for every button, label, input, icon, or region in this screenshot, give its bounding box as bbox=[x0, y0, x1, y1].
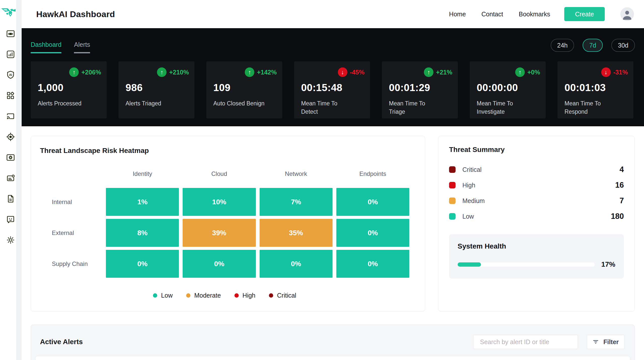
trend-arrow-icon: ↑ bbox=[424, 67, 433, 77]
target-icon[interactable] bbox=[6, 132, 15, 141]
tab-alerts[interactable]: Alerts bbox=[74, 41, 90, 53]
alert-search-input[interactable] bbox=[473, 335, 578, 349]
health-progress-fill bbox=[458, 262, 481, 267]
legend-label: Low bbox=[161, 292, 173, 299]
severity-label: Critical bbox=[462, 166, 481, 173]
heatmap-cell[interactable]: 8% bbox=[106, 219, 179, 247]
health-percent-label: 17% bbox=[601, 260, 615, 268]
main-area: HawkAI Dashboard Home Contact Bookmarks … bbox=[22, 0, 644, 360]
threat-summary-title: Threat Summary bbox=[449, 146, 624, 154]
filter-label: Filter bbox=[603, 338, 619, 346]
top-nav: Home Contact Bookmarks Create bbox=[449, 7, 634, 21]
trend-arrow-icon: ↓ bbox=[601, 67, 611, 77]
user-avatar[interactable] bbox=[620, 7, 634, 21]
trend-badge: ↓ -45% bbox=[338, 67, 365, 77]
nav-link-contact[interactable]: Contact bbox=[481, 11, 503, 18]
heatmap-cell[interactable]: 10% bbox=[183, 188, 256, 216]
heatmap-row-label: Supply Chain bbox=[40, 250, 102, 278]
threat-summary-list: Critical 4 High 16 Medium 7 bbox=[449, 162, 624, 224]
create-button[interactable]: Create bbox=[564, 7, 605, 21]
legend-item-high: High bbox=[234, 292, 255, 299]
heatmap-row-label: External bbox=[40, 219, 102, 247]
settings-monitor-icon[interactable] bbox=[6, 153, 15, 162]
contact-card-icon[interactable] bbox=[6, 174, 15, 183]
document-icon[interactable] bbox=[6, 194, 15, 203]
range-7d-button[interactable]: 7d bbox=[583, 39, 603, 52]
trend-badge: ↑ +210% bbox=[157, 67, 189, 77]
heatmap-cell[interactable]: 0% bbox=[336, 188, 409, 216]
severity-label: Medium bbox=[462, 197, 485, 205]
tabs-row: Dashboard Alerts 24h 7d 30d bbox=[31, 39, 635, 53]
stat-label: Auto Closed Benign bbox=[213, 99, 266, 108]
analytics-chart-icon[interactable] bbox=[6, 50, 15, 59]
kpi-panel: Dashboard Alerts 24h 7d 30d ↑ +206% 1,00… bbox=[22, 28, 644, 126]
legend-dot-low bbox=[153, 293, 157, 298]
modules-grid-icon[interactable] bbox=[6, 91, 15, 100]
severity-swatch-high bbox=[449, 182, 456, 188]
nav-link-bookmarks[interactable]: Bookmarks bbox=[519, 11, 550, 18]
trend-arrow-icon: ↓ bbox=[338, 67, 347, 77]
stat-card-mtti: ↑ +0% 00:00:00 Mean Time To Investigate bbox=[470, 61, 546, 118]
heatmap-grid: Identity Cloud Network Endpoints Interna… bbox=[40, 170, 409, 278]
severity-swatch-medium bbox=[449, 197, 456, 204]
heatmap-cell[interactable]: 39% bbox=[183, 219, 256, 247]
legend-item-moderate: Moderate bbox=[186, 292, 221, 299]
heatmap-cell[interactable]: 0% bbox=[260, 250, 333, 278]
severity-label: High bbox=[462, 182, 475, 189]
heatmap-cell[interactable]: 0% bbox=[183, 250, 256, 278]
heatmap-cell[interactable]: 1% bbox=[106, 188, 179, 216]
stat-card-mttr: ↓ -31% 00:01:03 Mean Time To Respond bbox=[557, 61, 633, 118]
heatmap-cell[interactable]: 35% bbox=[260, 219, 333, 247]
sidebar-scroll-gutter[interactable] bbox=[17, 0, 22, 360]
heatmap-cell[interactable]: 0% bbox=[336, 250, 409, 278]
trend-badge: ↑ +21% bbox=[424, 67, 452, 77]
svg-text:AI: AI bbox=[9, 73, 12, 77]
range-24h-button[interactable]: 24h bbox=[551, 39, 574, 52]
stat-label: Alerts Triaged bbox=[126, 99, 178, 108]
settings-gear-icon[interactable] bbox=[6, 235, 15, 245]
tab-dashboard[interactable]: Dashboard bbox=[31, 41, 61, 53]
feedback-chat-icon[interactable] bbox=[6, 215, 15, 224]
system-health-bar-row: 17% bbox=[458, 260, 615, 268]
heatmap-row-label: Internal bbox=[40, 188, 102, 216]
summary-row-critical: Critical 4 bbox=[449, 162, 624, 177]
trend-delta: +206% bbox=[81, 69, 101, 76]
trend-delta: -31% bbox=[613, 69, 628, 76]
heatmap-corner bbox=[40, 170, 102, 185]
stat-label: Alerts Processed bbox=[38, 99, 91, 108]
stat-value: 986 bbox=[126, 82, 187, 93]
heatmap-cell[interactable]: 7% bbox=[260, 188, 333, 216]
trend-badge: ↑ +142% bbox=[245, 67, 277, 77]
heatmap-col-endpoints: Endpoints bbox=[336, 170, 409, 185]
nav-link-home[interactable]: Home bbox=[449, 11, 466, 18]
filter-button[interactable]: Filter bbox=[587, 335, 624, 349]
threat-summary-card: Threat Summary Critical 4 High 16 Med bbox=[438, 136, 635, 311]
trend-arrow-icon: ↑ bbox=[515, 67, 525, 77]
cast-screen-icon[interactable] bbox=[6, 112, 15, 121]
severity-count: 16 bbox=[615, 181, 624, 190]
stat-value: 00:01:29 bbox=[389, 82, 451, 93]
alerts-table[interactable] bbox=[35, 356, 630, 360]
summary-row-medium: Medium 7 bbox=[449, 193, 624, 209]
trend-arrow-icon: ↑ bbox=[245, 67, 254, 77]
stat-card-mttt: ↑ +21% 00:01:29 Mean Time To Triage bbox=[382, 61, 458, 118]
trend-badge: ↑ +0% bbox=[515, 67, 540, 77]
ai-shield-icon[interactable]: AI bbox=[6, 70, 15, 79]
heatmap-cell[interactable]: 0% bbox=[106, 250, 179, 278]
legend-item-low: Low bbox=[153, 292, 173, 299]
severity-label: Low bbox=[462, 213, 474, 220]
heatmap-legend: Low Moderate High Critical bbox=[40, 292, 409, 299]
stat-value: 00:00:00 bbox=[477, 82, 539, 93]
heatmap-cell[interactable]: 0% bbox=[336, 219, 409, 247]
monitor-eye-icon[interactable] bbox=[6, 29, 15, 38]
severity-count: 7 bbox=[620, 196, 624, 205]
time-range-group: 24h 7d 30d bbox=[551, 39, 635, 53]
active-alerts-card: Active Alerts Filter bbox=[31, 325, 635, 360]
severity-swatch-critical bbox=[449, 166, 456, 173]
trend-arrow-icon: ↑ bbox=[69, 67, 79, 77]
content-area: Threat Landscape Risk Heatmap Identity C… bbox=[22, 126, 644, 360]
trend-delta: +210% bbox=[169, 69, 189, 76]
severity-count: 180 bbox=[611, 212, 624, 221]
legend-dot-moderate bbox=[186, 293, 190, 298]
range-30d-button[interactable]: 30d bbox=[611, 39, 635, 52]
